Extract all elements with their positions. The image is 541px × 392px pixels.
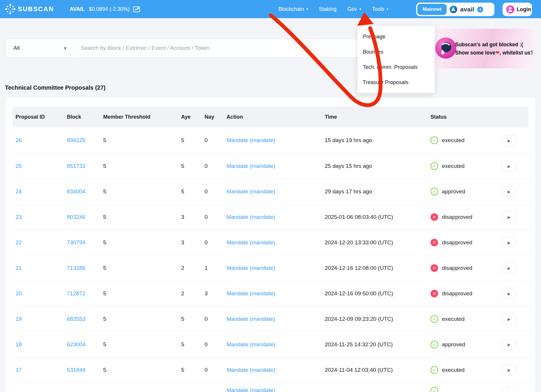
search-filter-select[interactable]: All ▾ — [6, 39, 74, 57]
nay-value: 0 — [202, 179, 224, 204]
action-link[interactable]: Mandate (mandate) — [227, 163, 275, 169]
expand-row-button[interactable]: ▶ — [502, 313, 516, 324]
status-icon: ✓ — [431, 188, 438, 195]
status-badge: ✓ executed — [431, 162, 499, 170]
nav-item-blockchain[interactable]: Blockchain ▾ — [278, 6, 308, 12]
token-symbol: AVAIL — [70, 6, 85, 12]
price-chart-icon[interactable] — [133, 6, 140, 12]
block-link[interactable]: 713286 — [67, 265, 85, 271]
expand-row-button[interactable]: ▶ — [502, 364, 516, 375]
proposal-id-link[interactable]: 19 — [16, 316, 22, 322]
action-link[interactable]: Mandate (mandate) — [227, 214, 275, 220]
nav-item-tools[interactable]: Tools ▾ — [372, 6, 388, 12]
status-label: executed — [442, 367, 465, 373]
table-header-row: Proposal ID Block Member Threshold Aye N… — [13, 106, 528, 128]
mainnet-button[interactable]: Mainnet — [417, 4, 447, 15]
time-value: 25 days 15 hrs ago — [322, 153, 428, 179]
nav-label: Tools — [372, 6, 384, 12]
member-threshold-value: 5 — [100, 153, 178, 179]
chevron-down-icon: ▾ — [306, 7, 308, 11]
proposal-id-link[interactable]: 23 — [16, 214, 22, 220]
block-link[interactable]: 531849 — [67, 367, 85, 373]
login-label: Login — [517, 6, 531, 13]
nav-item-staking[interactable]: Staking — [319, 6, 336, 12]
status-label: disapproved — [442, 239, 472, 246]
nay-value: 0 — [202, 332, 224, 357]
block-link[interactable]: 894225 — [67, 137, 85, 143]
aye-value: 3 — [178, 204, 202, 230]
col-header-expand — [499, 106, 528, 128]
proposal-id-link[interactable]: 17 — [16, 367, 22, 373]
proposal-id-link[interactable]: 22 — [16, 239, 22, 246]
aye-value: 5 — [178, 357, 202, 383]
col-header-proposal-id: Proposal ID — [13, 106, 64, 128]
status-label: disapproved — [442, 290, 472, 297]
chevron-down-icon: ▾ — [64, 46, 66, 50]
proposal-id-link[interactable]: 25 — [16, 163, 22, 169]
network-name[interactable]: avail — [460, 6, 474, 13]
expand-row-button[interactable]: ▶ — [502, 237, 516, 248]
action-link[interactable]: Mandate (mandate) — [227, 239, 275, 246]
action-link[interactable]: Mandate (mandate) — [227, 387, 275, 392]
nay-value: 0 — [202, 306, 224, 332]
status-icon: ✓ — [431, 315, 438, 323]
menu-item-bounties[interactable]: Bounties — [358, 44, 435, 59]
block-link[interactable]: 682553 — [67, 316, 85, 322]
expand-icon: ▶ — [508, 391, 511, 392]
table-row: 20 712872 5 2 3 Mandate (mandate) 2024-1… — [13, 281, 528, 306]
brand-name[interactable]: SUBSCAN — [18, 5, 54, 13]
block-link[interactable]: 623004 — [67, 341, 85, 347]
network-selector: Mainnet avail ▾ — [416, 3, 494, 16]
status-badge: ✓ executed — [431, 315, 499, 323]
member-threshold-value: 5 — [100, 255, 178, 281]
action-link[interactable]: Mandate (mandate) — [227, 341, 275, 347]
action-link[interactable]: Mandate (mandate) — [227, 265, 275, 271]
expand-row-button[interactable]: ▶ — [502, 186, 516, 197]
block-link[interactable]: 803246 — [67, 214, 85, 220]
member-threshold-value: 5 — [100, 204, 178, 230]
status-label: disapproved — [442, 214, 472, 220]
proposal-id-link[interactable]: 18 — [16, 341, 22, 347]
block-link[interactable]: 834004 — [67, 188, 85, 195]
aye-value — [178, 383, 202, 392]
expand-row-button[interactable]: ▶ — [502, 212, 516, 222]
expand-row-button[interactable]: ▶ — [502, 161, 516, 171]
expand-row-button[interactable]: ▶ — [502, 263, 516, 273]
chevron-down-icon: ▾ — [387, 7, 388, 11]
network-chevron-icon[interactable]: ▾ — [477, 6, 483, 13]
block-link[interactable]: 712872 — [67, 290, 85, 296]
menu-item-preimage[interactable]: Preimage — [358, 29, 435, 44]
menu-item-treasury-proposals[interactable]: Treasury Proposals — [358, 75, 435, 90]
expand-icon: ▶ — [508, 190, 511, 194]
action-link[interactable]: Mandate (mandate) — [227, 367, 275, 373]
status-icon: ✓ — [431, 341, 438, 348]
subscan-logo-icon[interactable] — [5, 4, 16, 14]
col-header-aye: Aye — [178, 106, 202, 128]
expand-row-button[interactable]: ▶ — [502, 387, 516, 392]
proposal-id-link[interactable]: 24 — [16, 188, 22, 195]
avail-logo-icon — [450, 6, 457, 13]
block-link[interactable]: 730794 — [67, 239, 85, 246]
nay-value: 0 — [202, 128, 224, 153]
expand-row-button[interactable]: ▶ — [502, 288, 516, 299]
ad-banner[interactable]: Subscan's ad got blocked :( Show some lo… — [435, 29, 533, 68]
action-link[interactable]: Mandate (mandate) — [227, 290, 275, 296]
member-threshold-value: 5 — [100, 357, 178, 383]
action-link[interactable]: Mandate (mandate) — [227, 188, 275, 195]
menu-item-tech-comm-proposals[interactable]: Tech. comm. Proposals — [358, 59, 435, 75]
time-value: 2024-12-20 13:33:00 (UTC) — [322, 230, 428, 255]
table-row: 24 834004 5 5 0 Mandate (mandate) 29 day… — [13, 179, 528, 204]
status-icon: ✕ — [431, 264, 438, 272]
action-link[interactable]: Mandate (mandate) — [227, 137, 275, 143]
expand-row-button[interactable]: ▶ — [502, 135, 516, 146]
login-button[interactable]: Login — [503, 3, 532, 16]
proposal-id-link[interactable]: 26 — [16, 137, 22, 143]
expand-row-button[interactable]: ▶ — [502, 339, 516, 350]
proposal-id-link[interactable]: 20 — [16, 290, 22, 296]
heart-icon: ❤ — [495, 50, 500, 56]
proposal-id-link[interactable]: 21 — [16, 265, 22, 271]
nav-item-gov[interactable]: Gov ▾ — [347, 6, 361, 12]
block-link[interactable]: 851732 — [67, 163, 85, 169]
action-link[interactable]: Mandate (mandate) — [227, 316, 275, 322]
proposals-table: Proposal ID Block Member Threshold Aye N… — [13, 106, 528, 392]
